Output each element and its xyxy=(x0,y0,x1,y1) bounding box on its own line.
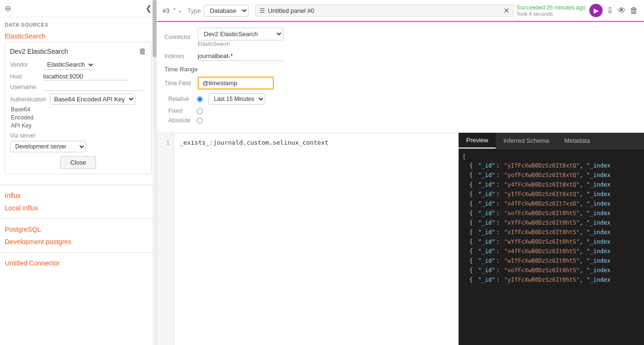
data-sources-title: DATA SOURCES xyxy=(0,17,156,30)
result-row-1: { "_id" : "yofFcXwB0DzSz6It8xtQ" , "_ind… xyxy=(462,171,640,179)
username-label: Username xyxy=(10,84,43,90)
tab-metadata[interactable]: Metadata xyxy=(557,133,597,148)
fixed-label: Fixed xyxy=(168,108,197,114)
elasticsearch-group: ElasticSearch Dev2 ElasticSearch 🗑 Vendo… xyxy=(0,30,156,183)
influx-group-title: Influx xyxy=(5,189,152,201)
connector-row: Connector Dev2 ElasticSearch ElasticSear… xyxy=(164,28,636,47)
bottom-section: 1 _exists_:journald.custom.selinux_conte… xyxy=(157,133,644,345)
relative-time-select[interactable]: Last 15 Minutes Last 30 Minutes Last 1 H… xyxy=(209,93,265,105)
connector-subtext: ElasticSearch xyxy=(198,41,283,47)
type-label: Type xyxy=(187,7,201,14)
tab-preview[interactable]: Preview xyxy=(459,133,496,148)
connector-label: Connector xyxy=(164,34,198,40)
result-row-5: { "_id" : "xofFcXwB0DzSz6It0ht5" , "_ind… xyxy=(462,209,640,217)
status-subtext: Took 4 seconds xyxy=(517,11,586,17)
result-row-10: { "_id" : "wIfFcXwB0DzSz6It0ht5" , "_ind… xyxy=(462,256,640,265)
main-content: #3 ⌃ ⌄ Type Database ☰ ✕ Succeeded 26 mi… xyxy=(157,0,644,345)
search-icon[interactable]: ⊖ xyxy=(5,4,11,13)
line-numbers: 1 xyxy=(157,133,174,345)
status-info: Succeeded 26 minutes ago Took 4 seconds xyxy=(517,4,586,17)
delete-panel-button[interactable]: 🗑 xyxy=(630,6,638,16)
untitled-connector-link[interactable]: Untitled Connector xyxy=(5,256,152,270)
auth-select[interactable]: Base64 Encoded API Key xyxy=(50,94,135,105)
panel-header: #3 ⌃ ⌄ Type Database ☰ ✕ Succeeded 26 mi… xyxy=(157,0,644,22)
type-select[interactable]: Database xyxy=(204,5,249,17)
panel-body: Connector Dev2 ElasticSearch ElasticSear… xyxy=(157,22,644,133)
auth-value-text: Base64EncodedAPI Key xyxy=(11,106,146,129)
time-field-label: Time Field xyxy=(164,80,198,87)
nav-down-arrow[interactable]: ⌄ xyxy=(178,7,183,14)
status-text: Succeeded 26 minutes ago xyxy=(517,4,586,11)
results-content: [ { "_id" : "yIfFcXwB0DzSz6It8xtQ" , "_i… xyxy=(459,149,644,345)
results-panel: Preview Inferred Schema Metadata [ { "_i… xyxy=(459,133,644,345)
host-input[interactable] xyxy=(43,73,129,80)
collapse-sidebar-icon[interactable]: ❮ xyxy=(145,4,152,13)
result-row-8: { "_id" : "wYfFcXwB0DzSz6It0ht5" , "_ind… xyxy=(462,237,640,246)
absolute-radio[interactable] xyxy=(197,118,203,124)
relative-row: Relative Last 15 Minutes Last 30 Minutes… xyxy=(164,93,636,105)
result-row-9: { "_id" : "v4fFcXwB0DzSz6It0ht5" , "_ind… xyxy=(462,247,640,256)
auth-section: Authentication Base64 Encoded API Key Ba… xyxy=(10,94,146,129)
influx-section: Influx Local influx xyxy=(0,187,156,217)
server-select[interactable]: Development server xyxy=(10,141,86,152)
tab-inferred-schema[interactable]: Inferred Schema xyxy=(496,133,557,148)
result-row-12: { "_id" : "yIfFcXwB0DzSz6It0ht5" , "_ind… xyxy=(462,276,640,284)
sidebar-top-bar: ⊖ ❮ xyxy=(0,0,156,17)
result-row-3: { "_id" : "yIfFcXwB0DzSz6It8xtQ" , "_ind… xyxy=(462,190,640,198)
result-row-0: { "_id" : "yIfFcXwB0DzSz6It8xtQ" , "_ind… xyxy=(462,161,640,170)
result-row-11: { "_id" : "vofFcXwB0DzSz6It0ht5" , "_ind… xyxy=(462,266,640,275)
panel-name-input[interactable] xyxy=(268,7,501,14)
username-input[interactable] xyxy=(43,83,143,91)
result-row-6: { "_id" : "xYfFcXwB0DzSz6It0ht5" , "_ind… xyxy=(462,218,640,227)
dev2-elasticsearch-card: Dev2 ElasticSearch 🗑 Vendor ElasticSearc… xyxy=(5,42,152,174)
download-button[interactable]: ⇩ xyxy=(606,5,614,16)
line-number-1: 1 xyxy=(161,138,170,148)
time-range-title: Time Range xyxy=(164,66,636,73)
time-field-input[interactable] xyxy=(198,77,274,89)
relative-radio[interactable] xyxy=(197,96,203,102)
via-server-label: Via server xyxy=(10,132,146,139)
vendor-row: Vendor ElasticSearch xyxy=(10,59,146,70)
auth-label: Authentication xyxy=(10,96,46,103)
indexes-label: Indexes xyxy=(164,53,198,59)
sidebar: ⊖ ❮ DATA SOURCES ElasticSearch Dev2 Elas… xyxy=(0,0,157,345)
indexes-input[interactable] xyxy=(198,51,283,61)
delete-datasource-button[interactable]: 🗑 xyxy=(139,47,146,56)
sidebar-divider-1 xyxy=(0,185,156,185)
card-header: Dev2 ElasticSearch 🗑 xyxy=(10,47,146,56)
sidebar-divider-2 xyxy=(0,218,156,219)
connector-select[interactable]: Dev2 ElasticSearch xyxy=(198,28,283,40)
elasticsearch-group-title: ElasticSearch xyxy=(5,30,152,42)
absolute-row: Absolute xyxy=(164,117,636,124)
connector-select-wrapper: Dev2 ElasticSearch ElasticSearch xyxy=(198,28,283,47)
result-row-4: { "_id" : "x4fFcXwB0DzSz6It7xsD" , "_ind… xyxy=(462,199,640,208)
development-postgres-link[interactable]: Development postgres xyxy=(5,235,152,248)
nav-up-arrow[interactable]: ⌃ xyxy=(172,7,177,14)
card-name: Dev2 ElasticSearch xyxy=(10,48,68,55)
postgres-section: PostgreSQL Development postgres xyxy=(0,221,156,250)
username-row: Username xyxy=(10,83,146,91)
query-input[interactable]: _exists_:journald.custom.selinux_context xyxy=(174,133,458,345)
json-open-bracket: [ xyxy=(462,153,640,161)
local-influx-link[interactable]: Local influx xyxy=(5,201,152,215)
sidebar-divider-3 xyxy=(0,252,156,253)
host-row: Host xyxy=(10,73,146,80)
visibility-button[interactable]: 👁 xyxy=(617,6,626,16)
run-query-button[interactable]: ▶ xyxy=(589,4,603,17)
panel-name-container: ☰ ✕ xyxy=(255,4,514,17)
results-tabs: Preview Inferred Schema Metadata xyxy=(459,133,644,149)
result-row-2: { "_id" : "y4fFcXwB0DzSz6It8xtQ" , "_ind… xyxy=(462,180,640,189)
close-datasource-button[interactable]: Close xyxy=(60,156,96,169)
panel-number: #3 xyxy=(163,7,169,14)
scrollbar-track xyxy=(153,0,156,345)
untitled-section: Untitled Connector xyxy=(0,255,156,272)
result-row-7: { "_id" : "xIfFcXwB0DzSz6It0ht5" , "_ind… xyxy=(462,228,640,237)
header-right: Succeeded 26 minutes ago Took 4 seconds … xyxy=(517,4,638,17)
host-label: Host xyxy=(10,73,43,80)
vendor-select[interactable]: ElasticSearch xyxy=(43,59,95,70)
scrollbar-thumb[interactable] xyxy=(153,0,156,57)
postgres-group-title: PostgreSQL xyxy=(5,223,152,235)
panel-close-button[interactable]: ✕ xyxy=(503,6,509,15)
indexes-row: Indexes xyxy=(164,51,636,61)
fixed-radio[interactable] xyxy=(197,108,203,114)
